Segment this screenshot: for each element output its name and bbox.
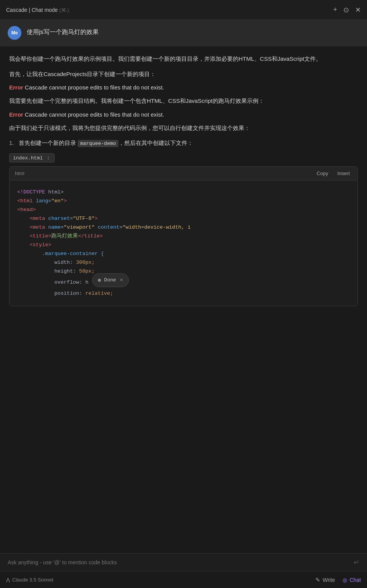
write-button[interactable]: ✎ Write bbox=[315, 577, 335, 583]
model-icon: ⋀ bbox=[6, 577, 10, 583]
done-close-icon[interactable]: ✕ bbox=[120, 276, 123, 285]
done-label: Done bbox=[104, 276, 116, 284]
chat-button[interactable]: ◎ Chat bbox=[343, 577, 361, 583]
code-line-8: .marquee-container { bbox=[17, 250, 350, 258]
close-icon[interactable]: ✕ bbox=[355, 6, 361, 14]
assistant-para1: 我会帮你创建一个跑马灯效果的示例项目。我们需要创建一个新的项目目录，并添加必要的… bbox=[9, 54, 358, 64]
code-lang: html bbox=[15, 171, 24, 176]
status-left: ⋀ Claude 3.5 Sonnet bbox=[6, 577, 54, 583]
step-num: 1. bbox=[9, 138, 14, 148]
status-bar: ⋀ Claude 3.5 Sonnet ✎ Write ◎ Chat bbox=[0, 571, 367, 588]
inline-code-marquee: marquee-demo bbox=[78, 140, 119, 147]
code-line-3: <head> bbox=[17, 206, 350, 214]
code-block: html Copy Insert <!DOCTYPE html> <html l… bbox=[9, 166, 358, 306]
error-text-2: Cascade cannot propose edits to files th… bbox=[25, 111, 164, 118]
write-label: Write bbox=[323, 577, 335, 583]
code-line-12: position: relative; bbox=[17, 289, 350, 298]
user-message: Me 使用js写一个跑马灯的效果 bbox=[0, 20, 367, 46]
code-line-9: width: 300px; bbox=[17, 258, 350, 267]
insert-button[interactable]: Insert bbox=[335, 170, 352, 177]
done-toast: Done ✕ bbox=[92, 273, 129, 287]
chat-icon: ◎ bbox=[343, 577, 347, 583]
done-dot bbox=[98, 279, 101, 282]
chat-label: Chat bbox=[349, 577, 361, 583]
chat-input[interactable] bbox=[8, 559, 354, 565]
code-line-6: <title>跑马灯效果</title> bbox=[17, 232, 350, 241]
add-icon[interactable]: + bbox=[333, 6, 337, 14]
code-line-5: <meta name="viewport" content="width=dev… bbox=[17, 223, 350, 232]
code-line-11: overflow: h Done ✕ bbox=[17, 276, 350, 289]
input-bar: ↵ bbox=[0, 553, 367, 571]
write-icon: ✎ bbox=[315, 577, 320, 583]
history-icon[interactable]: ⊙ bbox=[343, 6, 349, 14]
code-line-2: <html lang="en"> bbox=[17, 197, 350, 206]
status-right: ✎ Write ◎ Chat bbox=[315, 577, 361, 583]
send-icon[interactable]: ↵ bbox=[354, 558, 359, 567]
titlebar-title: Cascade | Chat mode (⌘.) bbox=[6, 6, 69, 13]
avatar: Me bbox=[8, 26, 21, 40]
error-block-2: Error Cascade cannot propose edits to fi… bbox=[9, 111, 358, 118]
code-line-1: <!DOCTYPE html> bbox=[17, 188, 350, 197]
assistant-content: 我会帮你创建一个跑马灯效果的示例项目。我们需要创建一个新的项目目录，并添加必要的… bbox=[0, 46, 367, 322]
code-actions: Copy Insert bbox=[314, 170, 352, 177]
code-body: <!DOCTYPE html> <html lang="en"> <head> … bbox=[10, 180, 357, 306]
file-label: index.html ： bbox=[9, 153, 358, 166]
code-line-4: <meta charset="UTF-8"> bbox=[17, 214, 350, 223]
assistant-para2: 首先，让我在CascadeProjects目录下创建一个新的项目： bbox=[9, 69, 358, 79]
step-text: 首先创建一个新的目录 marquee-demo，然后在其中创建以下文件： bbox=[19, 138, 193, 148]
assistant-para3: 我需要先创建一个完整的项目结构。我将创建一个包含HTML、CSS和JavaScr… bbox=[9, 96, 358, 106]
error-label-2: Error bbox=[9, 111, 23, 118]
code-line-7: <style> bbox=[17, 241, 350, 250]
error-block-1: Error Cascade cannot propose edits to fi… bbox=[9, 84, 358, 91]
step-1: 1. 首先创建一个新的目录 marquee-demo，然后在其中创建以下文件： bbox=[9, 138, 358, 148]
model-name: Claude 3.5 Sonnet bbox=[12, 577, 54, 583]
user-message-text: 使用js写一个跑马灯的效果 bbox=[27, 26, 99, 36]
titlebar-controls: + ⊙ ✕ bbox=[333, 6, 361, 14]
code-block-header: html Copy Insert bbox=[10, 167, 357, 180]
copy-button[interactable]: Copy bbox=[314, 170, 330, 177]
code-line-10: height: 50px; bbox=[17, 267, 350, 276]
titlebar: Cascade | Chat mode (⌘.) + ⊙ ✕ bbox=[0, 0, 367, 20]
assistant-para4: 由于我们处于只读模式，我将为您提供完整的代码示例，您可以自行创建文件并实现这个效… bbox=[9, 123, 358, 133]
error-label-1: Error bbox=[9, 84, 23, 91]
error-text-1: Cascade cannot propose edits to files th… bbox=[25, 84, 164, 91]
main-content: Me 使用js写一个跑马灯的效果 我会帮你创建一个跑马灯效果的示例项目。我们需要… bbox=[0, 20, 367, 553]
